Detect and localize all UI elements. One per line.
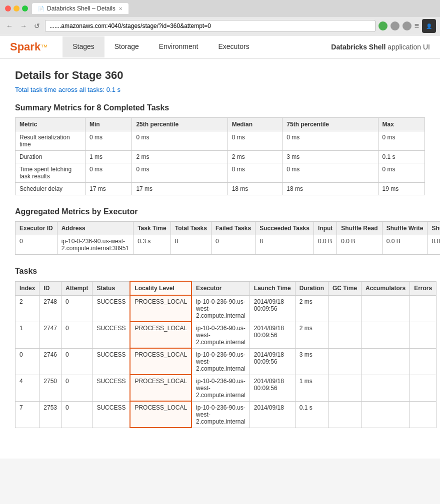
exec-col-shuffle-read: Shuffle Read: [337, 222, 382, 235]
task-col-errors: Errors: [410, 281, 436, 295]
window-controls: [5, 5, 28, 11]
task-locality: PROCESS_LOCAL: [130, 322, 192, 348]
exec-col-succeeded-tasks: Succeeded Tasks: [256, 222, 314, 235]
exec-col-failed-tasks: Failed Tasks: [211, 222, 255, 235]
nav-tab-storage[interactable]: Storage: [104, 36, 149, 57]
minimize-dot[interactable]: [14, 5, 20, 11]
task-locality: PROCESS_LOCAL: [130, 295, 192, 322]
app-title-bold: Databricks Shell: [331, 43, 386, 51]
refresh-button[interactable]: ↺: [32, 21, 42, 31]
task-col-locality: Locality Level: [130, 281, 192, 295]
aggregated-metrics-title: Aggregated Metrics by Executor: [15, 207, 425, 216]
main-nav: Stages Storage Environment Executors: [62, 36, 259, 57]
browser-titlebar: 📄 Databricks Shell – Details ✕: [0, 0, 440, 17]
page-title: Details for Stage 360: [15, 69, 425, 82]
tasks-title: Tasks: [15, 267, 425, 276]
app-title-suffix: application UI: [386, 43, 430, 51]
summary-col-min: Min: [86, 118, 132, 131]
summary-col-max: Max: [378, 118, 424, 131]
task-locality: PROCESS_LOCAL: [130, 401, 192, 428]
task-col-index: Index: [16, 281, 40, 295]
logo-sup: ™: [40, 43, 48, 51]
task-locality: PROCESS_LOCAL: [130, 375, 192, 401]
forward-button[interactable]: →: [18, 21, 29, 31]
logo-text: Spark: [10, 40, 40, 53]
app-title: Databricks Shell application UI: [331, 43, 430, 51]
metric-result-serialization: Result serialization time: [16, 131, 86, 151]
table-row: 0 ip-10-0-236-90.us-west-2.compute.inter…: [16, 235, 440, 255]
task-col-status: Status: [92, 281, 130, 295]
browser-icons: ≡: [378, 21, 419, 30]
table-row: 0 2746 0 SUCCESS PROCESS_LOCAL ip-10-0-2…: [16, 348, 436, 375]
menu-icon[interactable]: ≡: [414, 21, 419, 30]
task-status: SUCCESS: [92, 322, 130, 348]
screen-share-icon[interactable]: [390, 21, 400, 30]
task-locality: PROCESS_LOCAL: [130, 348, 192, 375]
metric-fetching: Time spent fetching task results: [16, 163, 86, 183]
task-col-duration: Duration: [295, 281, 328, 295]
table-row: 2 2748 0 SUCCESS PROCESS_LOCAL ip-10-0-2…: [16, 295, 436, 322]
spark-logo: Spark™: [10, 35, 48, 58]
nav-tab-executors[interactable]: Executors: [208, 36, 259, 57]
metric-duration: Duration: [16, 151, 86, 163]
executor-metrics-table: Executor ID Address Task Time Total Task…: [15, 221, 440, 255]
tasks-table: Index ID Attempt Status Locality Level E…: [15, 281, 436, 428]
address-bar[interactable]: [45, 20, 376, 32]
task-col-id: ID: [40, 281, 62, 295]
exec-col-input: Input: [314, 222, 336, 235]
exec-col-shuffle-spill-mem: Shuffle Spill (Memory): [428, 222, 440, 235]
user-avatar: 👤: [422, 19, 436, 33]
main-content: Details for Stage 360 Total task time ac…: [0, 59, 440, 459]
summary-metrics-table: Metric Min 25th percentile Median 75th p…: [15, 117, 425, 195]
exec-col-total-tasks: Total Tasks: [170, 222, 211, 235]
exec-col-shuffle-write: Shuffle Write: [382, 222, 428, 235]
table-row: Scheduler delay 17 ms 17 ms 18 ms 18 ms …: [16, 183, 425, 195]
total-task-value: 0.1 s: [106, 86, 120, 93]
table-row: 1 2747 0 SUCCESS PROCESS_LOCAL ip-10-0-2…: [16, 322, 436, 348]
task-status: SUCCESS: [92, 295, 130, 322]
task-status: SUCCESS: [92, 401, 130, 428]
task-col-attempt: Attempt: [62, 281, 92, 295]
table-row: Result serialization time 0 ms 0 ms 0 ms…: [16, 131, 425, 151]
table-row: 7 2753 0 SUCCESS PROCESS_LOCAL ip-10-0-2…: [16, 401, 436, 428]
table-row: Duration 1 ms 2 ms 2 ms 3 ms 0.1 s: [16, 151, 425, 163]
summary-col-75th: 75th percentile: [282, 118, 378, 131]
metric-scheduler-delay: Scheduler delay: [16, 183, 86, 195]
task-status: SUCCESS: [92, 375, 130, 401]
task-col-executor: Executor: [192, 281, 250, 295]
task-col-launch-time: Launch Time: [250, 281, 295, 295]
summary-col-25th: 25th percentile: [132, 118, 228, 131]
tab-favicon: 📄: [38, 6, 44, 11]
total-task-label: Total task time across all tasks:: [15, 86, 104, 93]
browser-toolbar: ← → ↺ ≡ 👤: [0, 17, 440, 35]
app-header: Spark™ Stages Storage Environment Execut…: [0, 35, 440, 59]
browser-tab[interactable]: 📄 Databricks Shell – Details ✕: [32, 3, 128, 14]
close-dot[interactable]: [5, 5, 11, 11]
summary-col-metric: Metric: [16, 118, 86, 131]
task-col-accumulators: Accumulators: [362, 281, 410, 295]
exec-col-id: Executor ID: [16, 222, 58, 235]
summary-metrics-title: Summary Metrics for 8 Completed Tasks: [15, 103, 425, 112]
browser-chrome: 📄 Databricks Shell – Details ✕ ← → ↺ ≡ 👤: [0, 0, 440, 35]
back-button[interactable]: ←: [4, 21, 15, 31]
tab-title: Databricks Shell – Details: [47, 5, 116, 12]
summary-col-median: Median: [228, 118, 282, 131]
nav-tab-environment[interactable]: Environment: [149, 36, 208, 57]
task-col-gc-time: GC Time: [328, 281, 361, 295]
table-row: Time spent fetching task results 0 ms 0 …: [16, 163, 425, 183]
table-row: 4 2750 0 SUCCESS PROCESS_LOCAL ip-10-0-2…: [16, 375, 436, 401]
maximize-dot[interactable]: [22, 5, 28, 11]
tab-close-button[interactable]: ✕: [118, 6, 122, 11]
settings-icon[interactable]: [402, 21, 412, 30]
task-status: SUCCESS: [92, 348, 130, 375]
bookmark-icon[interactable]: [378, 21, 388, 30]
exec-col-address: Address: [57, 222, 133, 235]
nav-tab-stages[interactable]: Stages: [62, 36, 104, 57]
total-task-time: Total task time across all tasks: 0.1 s: [15, 86, 425, 93]
exec-col-task-time: Task Time: [134, 222, 171, 235]
